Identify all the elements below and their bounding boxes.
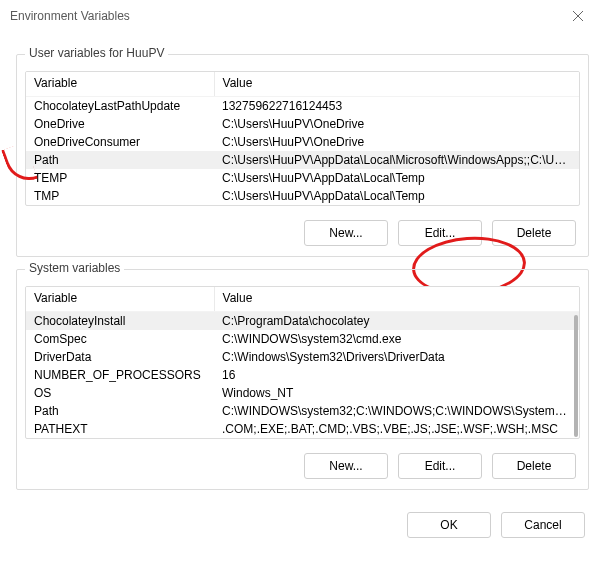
table-row[interactable]: TEMPC:\Users\HuuPV\AppData\Local\Temp [26, 169, 579, 187]
cell-value: C:\Users\HuuPV\AppData\Local\Temp [214, 169, 579, 187]
user-edit-button[interactable]: Edit... [398, 220, 482, 246]
cell-value: C:\ProgramData\chocolatey [214, 312, 579, 331]
cell-variable: ComSpec [26, 330, 214, 348]
system-variables-table[interactable]: Variable Value ChocolateyInstallC:\Progr… [26, 287, 579, 438]
cell-variable: DriverData [26, 348, 214, 366]
table-row[interactable]: ChocolateyInstallC:\ProgramData\chocolat… [26, 312, 579, 331]
user-delete-button[interactable]: Delete [492, 220, 576, 246]
table-row[interactable]: OneDriveConsumerC:\Users\HuuPV\OneDrive [26, 133, 579, 151]
table-row[interactable]: OneDriveC:\Users\HuuPV\OneDrive [26, 115, 579, 133]
user-variables-group: User variables for HuuPV Variable Value … [16, 54, 589, 257]
cell-variable: OneDrive [26, 115, 214, 133]
table-row[interactable]: PathC:\Users\HuuPV\AppData\Local\Microso… [26, 151, 579, 169]
cell-value: C:\Users\HuuPV\OneDrive [214, 115, 579, 133]
cell-value: C:\Users\HuuPV\AppData\Local\Temp [214, 187, 579, 205]
cell-variable: OS [26, 384, 214, 402]
user-variables-table[interactable]: Variable Value ChocolateyLastPathUpdate1… [26, 72, 579, 205]
close-icon [573, 11, 583, 21]
table-row[interactable]: DriverDataC:\Windows\System32\Drivers\Dr… [26, 348, 579, 366]
table-row[interactable]: OSWindows_NT [26, 384, 579, 402]
cell-value: 16 [214, 366, 579, 384]
system-col-value[interactable]: Value [214, 287, 579, 312]
cell-value: C:\Windows\System32\Drivers\DriverData [214, 348, 579, 366]
user-col-variable[interactable]: Variable [26, 72, 214, 97]
cell-variable: NUMBER_OF_PROCESSORS [26, 366, 214, 384]
cell-value: Windows_NT [214, 384, 579, 402]
system-scrollbar[interactable] [574, 315, 578, 437]
cell-variable: TMP [26, 187, 214, 205]
user-variables-label: User variables for HuuPV [25, 46, 168, 60]
system-edit-button[interactable]: Edit... [398, 453, 482, 479]
cell-variable: OneDriveConsumer [26, 133, 214, 151]
ok-button[interactable]: OK [407, 512, 491, 538]
cell-value: C:\Users\HuuPV\AppData\Local\Microsoft\W… [214, 151, 579, 169]
cell-variable: ChocolateyInstall [26, 312, 214, 331]
system-delete-button[interactable]: Delete [492, 453, 576, 479]
user-col-value[interactable]: Value [214, 72, 579, 97]
system-variables-group: System variables Variable Value Chocolat… [16, 269, 589, 490]
cell-variable: TEMP [26, 169, 214, 187]
cancel-button[interactable]: Cancel [501, 512, 585, 538]
cell-variable: ChocolateyLastPathUpdate [26, 97, 214, 116]
table-row[interactable]: ComSpecC:\WINDOWS\system32\cmd.exe [26, 330, 579, 348]
user-variables-table-wrap: Variable Value ChocolateyLastPathUpdate1… [25, 71, 580, 206]
cell-value: 132759622716124453 [214, 97, 579, 116]
cell-value: .COM;.EXE;.BAT;.CMD;.VBS;.VBE;.JS;.JSE;.… [214, 420, 579, 438]
table-row[interactable]: NUMBER_OF_PROCESSORS16 [26, 366, 579, 384]
cell-value: C:\WINDOWS\system32\cmd.exe [214, 330, 579, 348]
user-new-button[interactable]: New... [304, 220, 388, 246]
table-row[interactable]: ChocolateyLastPathUpdate1327596227161244… [26, 97, 579, 116]
system-buttons-row: New... Edit... Delete [25, 453, 580, 479]
system-new-button[interactable]: New... [304, 453, 388, 479]
close-button[interactable] [555, 0, 601, 32]
cell-variable: Path [26, 402, 214, 420]
dialog-body: User variables for HuuPV Variable Value … [0, 32, 605, 554]
system-col-variable[interactable]: Variable [26, 287, 214, 312]
table-row[interactable]: PATHEXT.COM;.EXE;.BAT;.CMD;.VBS;.VBE;.JS… [26, 420, 579, 438]
system-variables-table-wrap: Variable Value ChocolateyInstallC:\Progr… [25, 286, 580, 439]
environment-variables-dialog: Environment Variables User variables for… [0, 0, 605, 574]
title-bar: Environment Variables [0, 0, 605, 32]
cell-value: C:\Users\HuuPV\OneDrive [214, 133, 579, 151]
window-title: Environment Variables [10, 9, 555, 23]
footer-buttons: OK Cancel [16, 512, 589, 538]
table-row[interactable]: PathC:\WINDOWS\system32;C:\WINDOWS;C:\WI… [26, 402, 579, 420]
cell-value: C:\WINDOWS\system32;C:\WINDOWS;C:\WINDOW… [214, 402, 579, 420]
cell-variable: PATHEXT [26, 420, 214, 438]
system-variables-label: System variables [25, 261, 124, 275]
user-buttons-row: New... Edit... Delete [25, 220, 580, 246]
table-row[interactable]: TMPC:\Users\HuuPV\AppData\Local\Temp [26, 187, 579, 205]
cell-variable: Path [26, 151, 214, 169]
